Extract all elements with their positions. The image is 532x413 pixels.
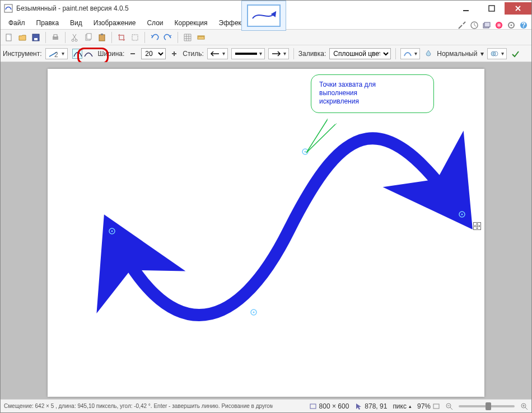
chevron-up-icon: ▴ xyxy=(409,403,412,409)
maximize-button[interactable] xyxy=(479,2,505,15)
callout-bubble: Точки захвата для выполнения искривления xyxy=(311,74,434,113)
copy-icon[interactable] xyxy=(83,32,94,43)
crop-icon[interactable] xyxy=(116,32,127,43)
cut-icon[interactable] xyxy=(70,32,80,43)
menu-view[interactable]: Вид xyxy=(66,17,87,29)
svg-rect-41 xyxy=(433,404,439,409)
canvas-viewport[interactable]: Точки захвата для выполнения искривления xyxy=(1,62,531,403)
svg-rect-22 xyxy=(132,35,138,40)
zoom-in-icon xyxy=(520,402,528,410)
history-window-icon[interactable] xyxy=(470,21,479,30)
control-point[interactable] xyxy=(251,309,256,315)
svg-rect-5 xyxy=(484,22,490,27)
svg-line-46 xyxy=(525,407,528,410)
width-label: Ширина: xyxy=(98,50,125,58)
grid-icon[interactable] xyxy=(183,32,193,43)
tool-options-bar: Инструмент: 2 ▾ Ширина: 20 Стиль: ▾ ▾ ▾ … xyxy=(1,45,531,62)
fill-select[interactable]: Сплошной цвет xyxy=(329,48,391,59)
zoom-out-button[interactable] xyxy=(445,402,453,410)
chevron-down-icon: ▾ xyxy=(62,50,64,57)
callout-text-line: искривления xyxy=(319,97,426,106)
settings-icon[interactable] xyxy=(507,21,516,30)
menu-image[interactable]: Изображение xyxy=(89,17,141,29)
curve-type-group xyxy=(71,48,95,60)
zoom-readout[interactable]: 97% xyxy=(417,402,440,410)
paste-icon[interactable] xyxy=(97,32,107,43)
bezier-curve-icon[interactable] xyxy=(83,49,94,59)
deselect-icon[interactable] xyxy=(130,32,140,43)
svg-rect-25 xyxy=(130,53,135,54)
zoom-out-icon xyxy=(445,402,453,410)
antialias-toggle[interactable]: ▾ xyxy=(400,48,420,59)
tool-selector[interactable]: 2 ▾ xyxy=(45,48,68,59)
style-label: Стиль: xyxy=(183,50,203,58)
tool-label: Инструмент: xyxy=(3,50,42,58)
move-handle-icon[interactable] xyxy=(473,222,481,230)
brush-width-select[interactable]: 20 xyxy=(141,48,166,59)
new-file-icon[interactable] xyxy=(4,32,14,43)
menu-file[interactable]: Файл xyxy=(4,17,30,29)
status-hint: Смещение: 642 × 5 , длина: 945,10 пиксел… xyxy=(4,403,273,409)
minimize-button[interactable] xyxy=(453,2,479,15)
svg-text:2: 2 xyxy=(54,51,58,58)
save-icon[interactable] xyxy=(31,32,41,43)
line-dash-style[interactable]: ▾ xyxy=(231,48,265,59)
open-file-icon[interactable] xyxy=(17,32,27,43)
zoom-slider-thumb[interactable] xyxy=(486,402,491,410)
colors-window-icon[interactable] xyxy=(494,21,503,30)
image-list-thumbnail[interactable] xyxy=(241,1,286,31)
svg-rect-40 xyxy=(310,404,316,409)
window-title: Безымянный - paint.net версия 4.0.5 xyxy=(16,4,129,12)
svg-rect-15 xyxy=(54,35,57,37)
layers-window-icon[interactable] xyxy=(482,21,491,30)
blend-mode-label: Нормальный xyxy=(437,50,477,58)
svg-rect-19 xyxy=(87,34,91,39)
svg-rect-2 xyxy=(489,6,494,11)
drawn-curve[interactable] xyxy=(112,138,462,315)
chevron-down-icon[interactable]: ▾ xyxy=(480,50,484,58)
blending-icon[interactable] xyxy=(423,49,433,59)
svg-point-6 xyxy=(496,22,502,29)
print-icon[interactable] xyxy=(50,32,60,43)
ruler-icon[interactable] xyxy=(196,32,206,43)
close-button[interactable] xyxy=(505,2,531,15)
callout-text-line: Точки захвата для xyxy=(319,81,426,89)
units-selector[interactable]: пикс▴ xyxy=(393,402,412,410)
cursor-pos-readout: 878, 91 xyxy=(354,402,387,410)
zoom-in-button[interactable] xyxy=(520,402,528,410)
zoom-slider[interactable] xyxy=(459,405,515,407)
svg-rect-1 xyxy=(463,10,469,11)
svg-point-33 xyxy=(111,231,113,232)
selection-mode[interactable]: ▾ xyxy=(487,48,507,59)
increase-width-icon[interactable] xyxy=(169,49,179,59)
canvas-size-icon xyxy=(309,402,317,410)
callout-text-line: выполнения xyxy=(319,89,426,97)
spline-curve-icon[interactable] xyxy=(72,49,82,59)
cursor-pos-icon xyxy=(354,402,362,410)
svg-point-35 xyxy=(253,312,255,313)
arrow-end-style[interactable]: ▾ xyxy=(268,48,289,59)
finish-icon[interactable] xyxy=(510,49,520,59)
tools-window-icon[interactable] xyxy=(458,21,466,30)
main-toolbar xyxy=(1,30,531,45)
svg-text:?: ? xyxy=(521,21,525,29)
line-tool-icon: 2 xyxy=(48,50,59,58)
svg-rect-20 xyxy=(99,35,105,41)
svg-point-39 xyxy=(461,214,463,215)
thumbnail-preview xyxy=(247,4,281,27)
menu-layers[interactable]: Слои xyxy=(142,17,167,29)
decrease-width-icon[interactable] xyxy=(128,49,138,59)
svg-line-43 xyxy=(450,407,452,410)
menu-adjustments[interactable]: Коррекция xyxy=(170,17,212,29)
svg-rect-13 xyxy=(34,38,38,40)
canvas[interactable]: Точки захвата для выполнения искривления xyxy=(48,69,484,397)
redo-icon[interactable] xyxy=(163,32,173,43)
help-icon[interactable]: ? xyxy=(519,21,528,30)
undo-icon[interactable] xyxy=(150,32,160,43)
arrow-start-style[interactable]: ▾ xyxy=(207,48,228,59)
svg-rect-27 xyxy=(172,53,176,54)
callout-tail xyxy=(305,118,339,157)
status-bar: Смещение: 642 × 5 , длина: 945,10 пиксел… xyxy=(1,399,531,412)
canvas-size-readout: 800 × 600 xyxy=(309,402,349,410)
menu-edit[interactable]: Правка xyxy=(32,17,64,29)
